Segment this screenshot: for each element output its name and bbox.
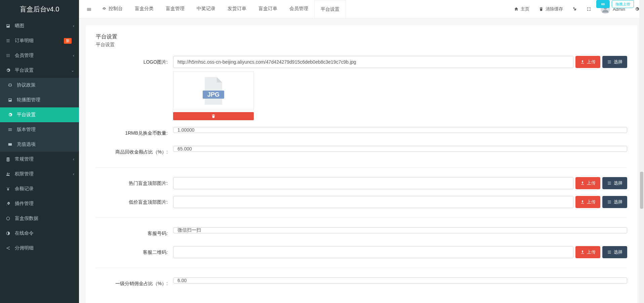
nav-home-link[interactable]: 主页: [509, 0, 534, 18]
sidebar: 盲盒后台v4.0 晒图‹订单明细新会员管理‹平台设置⌄协议政策轮播图管理平台设置…: [0, 0, 79, 303]
card-icon: [7, 142, 13, 147]
sidebar-item-label: 会员管理: [15, 53, 73, 59]
hot-top-upload-button[interactable]: 上传: [575, 177, 600, 189]
label-rmb: 1RMB兑换金币数量:: [96, 127, 173, 139]
home-icon: [514, 7, 519, 11]
brand-title: 盲盒后台v4.0: [0, 0, 79, 19]
scrollbar-thumb[interactable]: [640, 172, 643, 209]
upload-icon: [580, 181, 585, 186]
nav-tab-label: 控制台: [109, 6, 123, 12]
drag-upload-button[interactable]: 拖拽上传: [612, 0, 634, 8]
sidebar-item-14[interactable]: 在线命令: [0, 226, 79, 241]
sidebar-item-8[interactable]: 充值选项: [0, 137, 79, 152]
sidebar-item-2[interactable]: 会员管理‹: [0, 48, 79, 63]
hot-top-select-button[interactable]: 选择: [602, 177, 627, 189]
chevron-left-icon: ‹: [73, 172, 74, 176]
cog-icon: [5, 68, 11, 73]
sidebar-item-0[interactable]: 晒图‹: [0, 19, 79, 33]
content-area: 平台设置 平台设置 LOGO图片: 上传: [79, 19, 644, 303]
logo-upload-button[interactable]: 上传: [575, 56, 600, 68]
trash-icon: [539, 7, 544, 11]
nav-fullscreen-button[interactable]: [582, 0, 596, 18]
sidebar-item-label: 余额记录: [15, 186, 74, 192]
label-low-top: 低价盲盒顶部图片:: [96, 196, 173, 208]
sidebar-item-15[interactable]: 分佣明细: [0, 241, 79, 256]
sidebar-item-label: 协议政策: [17, 82, 74, 88]
nav-tab-6[interactable]: 会员管理: [283, 0, 314, 18]
nav-tab-1[interactable]: 盲盒分类: [129, 0, 160, 18]
menu-toggle-button[interactable]: [82, 6, 96, 12]
nav-language-button[interactable]: [568, 0, 582, 18]
cogs-icon: [635, 7, 639, 11]
sidebar-item-label: 常规管理: [15, 156, 73, 162]
expand-icon: [587, 7, 591, 11]
nav-home-label: 主页: [521, 6, 529, 12]
rmb-input[interactable]: [173, 127, 627, 133]
logo-select-button[interactable]: 选择: [602, 56, 627, 68]
list-icon: [607, 181, 612, 186]
service-qr-select-button[interactable]: 选择: [602, 246, 627, 258]
top-navbar: 控制台盲盒分类盲盒管理中奖记录发货订单盲盒订单会员管理平台设置 主页 清除缓存: [79, 0, 644, 19]
scale-icon: [7, 83, 13, 88]
nav-tab-label: 盲盒订单: [258, 6, 277, 12]
hot-top-input[interactable]: [173, 177, 573, 189]
sidebar-item-5[interactable]: 轮播图管理: [0, 93, 79, 107]
trash-icon: [211, 114, 216, 119]
select-label: 选择: [614, 199, 622, 205]
sidebar-item-label: 插件管理: [15, 201, 74, 207]
sidebar-item-11[interactable]: 余额记录: [0, 181, 79, 196]
label-level1: 一级分销佣金占比（%）:: [96, 277, 173, 290]
low-top-select-button[interactable]: 选择: [602, 196, 627, 208]
rocket-icon: [5, 201, 11, 206]
panel-title: 平台设置: [96, 33, 627, 40]
nav-clear-cache-link[interactable]: 清除缓存: [534, 0, 568, 18]
nav-tab-label: 平台设置: [321, 6, 339, 12]
sidebar-item-label: 平台设置: [15, 67, 71, 73]
sidebar-item-3[interactable]: 平台设置⌄: [0, 63, 79, 78]
logo-delete-button[interactable]: [173, 112, 254, 120]
gauge-icon: [102, 6, 107, 11]
users-icon: [5, 172, 11, 176]
language-icon: [572, 7, 577, 11]
sidebar-item-label: 平台设置: [17, 112, 74, 118]
nav-tab-2[interactable]: 盲盒管理: [160, 0, 191, 18]
sidebar-item-12[interactable]: 插件管理: [0, 196, 79, 211]
grid-icon: [5, 53, 11, 58]
list-icon: [607, 250, 612, 255]
drag-upload-badge[interactable]: ∞ 拖拽上传: [596, 0, 634, 8]
sidebar-item-1[interactable]: 订单明细新: [0, 33, 79, 48]
recycle-input[interactable]: [173, 146, 627, 152]
sidebar-item-13[interactable]: 盲盒假数据: [0, 211, 79, 226]
nav-tab-7[interactable]: 平台设置: [314, 0, 346, 18]
file-jpg-icon: JPG: [200, 76, 227, 106]
sidebar-item-7[interactable]: 版本管理: [0, 122, 79, 137]
nav-tab-3[interactable]: 中奖记录: [191, 0, 222, 18]
chevron-left-icon: ‹: [73, 53, 74, 58]
sidebar-item-6[interactable]: 平台设置: [0, 107, 79, 122]
level1-input[interactable]: [173, 277, 627, 283]
sidebar-item-4[interactable]: 协议政策: [0, 78, 79, 93]
low-top-upload-button[interactable]: 上传: [575, 196, 600, 208]
sidebar-item-9[interactable]: 常规管理‹: [0, 152, 79, 167]
upload-label: 上传: [587, 180, 596, 186]
svg-point-5: [9, 246, 9, 247]
service-qr-input[interactable]: [173, 246, 573, 258]
svg-point-0: [7, 173, 8, 174]
sidebar-item-10[interactable]: 权限管理‹: [0, 167, 79, 181]
cog-icon: [7, 112, 13, 117]
low-top-input[interactable]: [173, 196, 573, 208]
sidebar-item-label: 分佣明细: [15, 245, 74, 251]
sidebar-item-label: 权限管理: [15, 171, 73, 177]
panel-subtitle: 平台设置: [96, 42, 627, 48]
nav-tab-4[interactable]: 发货订单: [222, 0, 252, 18]
service-no-input[interactable]: [173, 227, 627, 233]
yen-icon: [5, 187, 11, 191]
svg-point-2: [6, 217, 9, 220]
service-qr-upload-button[interactable]: 上传: [575, 246, 600, 258]
nav-tab-label: 发货订单: [228, 6, 246, 12]
share-icon: [5, 246, 11, 250]
nav-tab-0[interactable]: 控制台: [96, 0, 129, 18]
logo-url-input[interactable]: [173, 56, 573, 68]
image-icon: [5, 24, 11, 28]
nav-tab-5[interactable]: 盲盒订单: [252, 0, 283, 18]
